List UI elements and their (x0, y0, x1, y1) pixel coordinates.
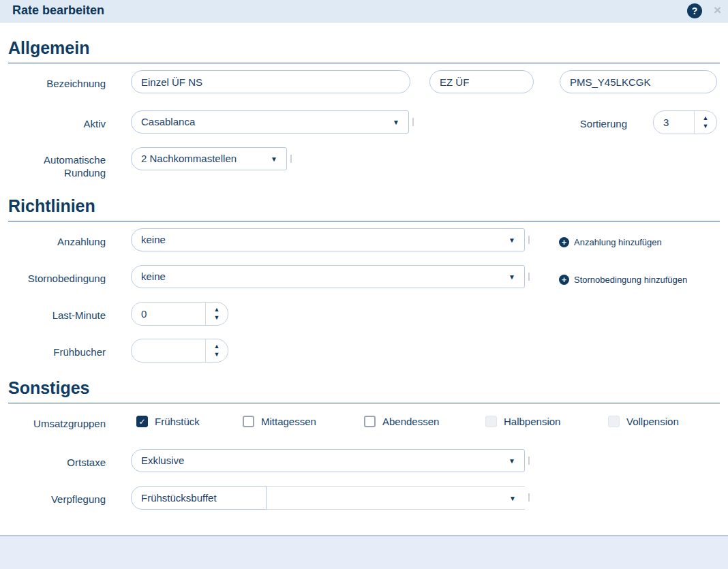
chevron-down-icon: ▼ (509, 236, 515, 244)
checkbox-label: Frühstück (155, 416, 200, 427)
chevron-down-icon: ▼ (509, 273, 515, 281)
last-minute-stepper-buttons[interactable]: ▲ ▼ (205, 303, 228, 325)
section-heading-allgemein: Allgemein (8, 38, 720, 63)
checkbox-label: Vollpension (626, 416, 679, 427)
sortierung-stepper[interactable]: 3 ▲ ▼ (653, 110, 717, 134)
checkbox-vollpension: ✓ Vollpension (608, 416, 679, 427)
dialog-title: Rate bearbeiten (12, 3, 104, 18)
aktiv-dropdown[interactable]: Casablanca ▼ (131, 110, 409, 134)
checkbox-check-icon[interactable]: ✓ (364, 416, 376, 427)
bezeichnung-label: Bezeichnung (0, 77, 106, 90)
sortierung-value: 3 (654, 111, 694, 134)
sortierung-stepper-buttons[interactable]: ▲ ▼ (694, 111, 716, 134)
last-minute-value: 0 (132, 303, 205, 325)
fruehbucher-stepper[interactable]: ▲ ▼ (131, 339, 228, 363)
checkbox-label: Halbpension (504, 416, 560, 427)
checkbox-check-icon[interactable]: ✓ (243, 416, 254, 427)
field-divider-tick (528, 457, 530, 465)
section-heading-sonstiges: Sonstiges (8, 378, 720, 403)
field-divider-tick (528, 236, 530, 244)
add-stornobedingung-link[interactable]: + Stornobedingung hinzufügen (559, 275, 687, 285)
rundung-label-line2: Rundung (64, 167, 106, 179)
checkbox-halbpension: ✓ Halbpension (485, 416, 560, 427)
checkbox-check-icon: ✓ (608, 416, 620, 427)
field-divider-tick (528, 493, 530, 502)
verpflegung-combobox-extension (266, 486, 525, 510)
verpflegung-label: Verpflegung (0, 493, 106, 506)
rundung-label: AutomatischeRundung (0, 153, 106, 179)
stepper-up-icon[interactable]: ▲ (214, 343, 220, 350)
ortstaxe-dropdown[interactable]: Exklusive ▼ (131, 449, 525, 472)
section-heading-richtlinien: Richtlinien (8, 196, 720, 221)
verpflegung-input[interactable]: Frühstücksbuffet (131, 486, 267, 510)
aktiv-label: Aktiv (0, 117, 106, 130)
checkbox-abendessen[interactable]: ✓ Abendessen (364, 416, 439, 427)
anzahlung-label: Anzahlung (0, 235, 106, 248)
edit-rate-dialog: Rate bearbeiten ? × Allgemein Bezeichnun… (0, 0, 728, 569)
anzahlung-dropdown[interactable]: keine ▼ (131, 228, 525, 251)
pms-code-input[interactable] (560, 70, 717, 93)
rundung-label-line1: Automatische (44, 154, 106, 166)
stepper-up-icon[interactable]: ▲ (703, 115, 709, 121)
field-divider-tick (528, 273, 530, 281)
plus-circle-icon: + (559, 237, 569, 247)
verpflegung-combobox[interactable]: Frühstücksbuffet ▼ (131, 486, 525, 510)
ortstaxe-selected-value: Exklusive (132, 450, 524, 472)
help-icon[interactable]: ? (687, 3, 702, 18)
field-divider-tick (412, 118, 414, 126)
last-minute-label: Last-Minute (0, 309, 106, 322)
plus-circle-icon: + (559, 275, 569, 285)
stepper-down-icon[interactable]: ▼ (214, 315, 220, 321)
add-stornobedingung-link-label: Stornobedingung hinzufügen (574, 275, 687, 285)
umsatzgruppen-label: Umsatzgruppen (0, 417, 106, 430)
add-anzahlung-link-label: Anzahlung hinzufügen (574, 237, 662, 247)
rundung-selected-value: 2 Nachkommastellen (132, 148, 286, 170)
anzahlung-selected-value: keine (132, 229, 524, 251)
chevron-down-icon: ▼ (509, 457, 515, 465)
stornobedingung-selected-value: keine (132, 266, 524, 288)
checkbox-fruehstueck[interactable]: ✓ Frühstück (136, 416, 200, 427)
rundung-dropdown[interactable]: 2 Nachkommastellen ▼ (131, 147, 287, 170)
titlebar: Rate bearbeiten ? × (0, 0, 728, 22)
footer-bar: ✔ Speichern ✖ Abbrechen (0, 535, 728, 569)
fruehbucher-value (132, 339, 205, 362)
field-divider-tick (290, 155, 292, 163)
ortstaxe-label: Ortstaxe (0, 456, 106, 469)
sortierung-label: Sortierung (521, 117, 627, 130)
stornobedingung-label: Stornobedingung (0, 272, 106, 285)
checkbox-check-icon: ✓ (485, 416, 497, 427)
chevron-down-icon: ▼ (271, 155, 277, 163)
kuerzel-input[interactable] (429, 70, 534, 93)
stepper-up-icon[interactable]: ▲ (214, 307, 220, 313)
aktiv-selected-value: Casablanca (132, 111, 408, 133)
stepper-down-icon[interactable]: ▼ (703, 123, 709, 129)
stornobedingung-dropdown[interactable]: keine ▼ (131, 265, 525, 288)
add-anzahlung-link[interactable]: + Anzahlung hinzufügen (559, 237, 662, 247)
verpflegung-selected-value: Frühstücksbuffet (132, 487, 266, 509)
close-icon[interactable]: × (714, 3, 721, 18)
chevron-down-icon: ▼ (393, 119, 399, 126)
checkbox-mittagessen[interactable]: ✓ Mittagessen (243, 416, 316, 427)
last-minute-stepper[interactable]: 0 ▲ ▼ (131, 302, 228, 326)
bezeichnung-input[interactable] (131, 70, 410, 93)
checkbox-label: Abendessen (382, 416, 439, 427)
chevron-down-icon: ▼ (509, 494, 516, 502)
fruehbucher-label: Frühbucher (0, 345, 106, 358)
stepper-down-icon[interactable]: ▼ (214, 352, 220, 358)
fruehbucher-stepper-buttons[interactable]: ▲ ▼ (205, 339, 228, 362)
checkbox-check-icon[interactable]: ✓ (136, 416, 148, 427)
checkbox-label: Mittagessen (261, 416, 316, 427)
